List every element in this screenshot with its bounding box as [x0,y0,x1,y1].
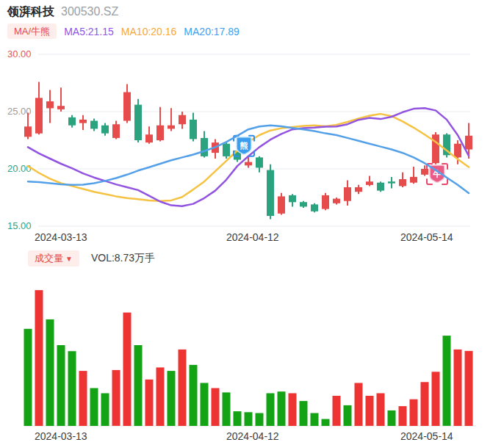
candle[interactable] [245,162,252,166]
candle[interactable] [377,183,384,191]
candle[interactable] [123,93,131,121]
x-tick-label: 2024-04-12 [226,231,279,243]
candle[interactable] [68,117,76,126]
volume-bar[interactable] [267,394,275,427]
volume-bar[interactable] [366,396,374,426]
stock-name: 领湃科技 [7,4,54,20]
volume-bar[interactable] [410,399,418,426]
volume-indicator-badge[interactable]: 成交量▼ [28,250,79,267]
ma5-value: MA5:21.15 [64,26,114,37]
candle[interactable] [201,138,208,156]
y-tick-label: 30.00 [7,48,32,59]
x-tick-label: 2024-04-12 [226,430,279,442]
header: 领湃科技 300530.SZ [7,4,118,20]
volume-header: 成交量▼ VOL:8.73万手 [28,250,155,267]
candle[interactable] [168,126,175,129]
volume-bar[interactable] [256,413,264,427]
candle[interactable] [344,187,351,201]
candle[interactable] [145,134,153,142]
candle[interactable] [156,126,164,140]
candle[interactable] [57,106,65,109]
candle[interactable] [256,157,263,167]
volume-bar[interactable] [333,396,341,426]
x-tick-label: 2024-03-13 [35,430,87,442]
volume-bar[interactable] [57,345,65,426]
y-tick-label: 15.00 [7,220,32,231]
volume-value: VOL:8.73万手 [91,252,155,265]
candle[interactable] [300,202,307,206]
volume-bar[interactable] [24,329,32,426]
volume-bar[interactable] [35,290,43,426]
candle[interactable] [410,177,417,183]
volume-bar[interactable] [300,401,308,426]
volume-bar[interactable] [355,383,363,427]
volume-bar[interactable] [168,371,176,426]
candle[interactable] [46,101,54,108]
x-tick-label: 2024-03-13 [35,231,87,243]
volume-bar[interactable] [90,388,98,427]
ma-legend: MA/牛熊 MA5:21.15 MA10:20.16 MA20:17.89 [7,23,240,39]
candle[interactable] [90,121,98,129]
bear-glyph: 熊 [240,141,248,151]
volume-bar[interactable] [156,367,165,426]
candle[interactable] [112,124,120,138]
candle[interactable] [289,195,296,202]
candle[interactable] [454,144,461,158]
volume-bar[interactable] [245,412,253,426]
candle[interactable] [388,181,395,184]
stock-symbol: 300530.SZ [61,5,118,18]
volume-bar[interactable] [101,394,109,427]
volume-bar[interactable] [145,380,154,426]
ma-indicator-badge[interactable]: MA/牛熊 [7,23,57,39]
x-tick-label: 2024-05-14 [400,430,453,442]
volume-bar[interactable] [465,351,473,426]
volume-bar[interactable] [134,345,143,426]
volume-bar[interactable] [278,391,286,426]
candle[interactable] [322,195,329,209]
volume-bar[interactable] [311,413,319,427]
candle[interactable] [278,196,285,213]
volume-bar[interactable] [46,319,54,426]
volume-bar[interactable] [234,411,242,426]
volume-bar[interactable] [112,370,120,426]
volume-bar[interactable] [289,394,297,427]
volume-bar[interactable] [68,351,76,426]
volume-bar[interactable] [399,406,407,426]
volume-bar[interactable] [344,405,352,426]
volume-bar[interactable] [432,372,440,426]
volume-bar[interactable] [388,410,396,426]
candle[interactable] [399,179,406,186]
volume-bar[interactable] [322,419,330,426]
volume-bar[interactable] [454,350,462,426]
candle[interactable] [79,120,87,123]
volume-bar[interactable] [377,394,385,427]
candle[interactable] [190,120,197,140]
candle[interactable] [101,126,109,134]
volume-badge-label: 成交量 [35,253,63,264]
candle[interactable] [366,181,373,185]
candle[interactable] [223,144,230,156]
candle[interactable] [333,199,340,203]
candle[interactable] [134,105,142,140]
candle[interactable] [24,126,32,137]
volume-bar[interactable] [212,388,220,427]
volume-bar[interactable] [123,313,132,426]
volume-bar[interactable] [421,382,429,426]
candle[interactable] [355,187,362,192]
chevron-down-icon: ▼ [65,255,73,263]
volume-bar[interactable] [190,365,198,426]
volume-bar[interactable] [443,336,451,426]
volume-bar[interactable] [79,371,87,426]
candle[interactable] [267,170,274,216]
volume-bar[interactable] [179,350,187,426]
candle[interactable] [432,134,439,163]
candle[interactable] [421,169,428,175]
volume-bar[interactable] [201,383,209,427]
candle[interactable] [179,115,186,125]
candle[interactable] [35,98,43,133]
candle[interactable] [465,136,472,150]
volume-bar[interactable] [223,392,231,426]
candle[interactable] [311,204,318,211]
x-tick-label: 2024-05-14 [400,231,453,243]
chart-canvas[interactable]: 30.0025.0020.0015.00熊牛2024-03-132024-04-… [0,0,504,445]
